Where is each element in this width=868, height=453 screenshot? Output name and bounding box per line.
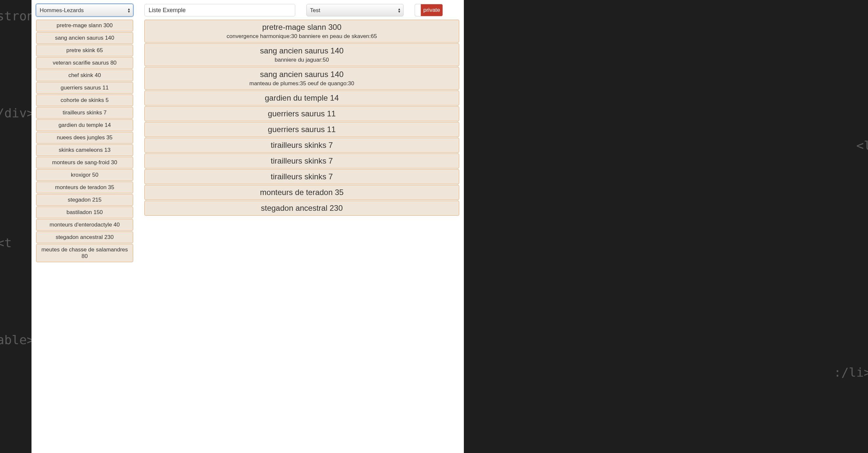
visibility-toggle[interactable]: private bbox=[415, 4, 443, 17]
army-item-title: guerriers saurus 11 bbox=[148, 125, 456, 134]
toggle-knob bbox=[415, 4, 421, 16]
category-select[interactable]: Test bbox=[306, 4, 403, 17]
army-item[interactable]: gardien du temple 14 bbox=[144, 91, 459, 105]
army-item-title: stegadon ancestral 230 bbox=[148, 203, 456, 213]
unit-item[interactable]: skinks cameleons 13 bbox=[36, 144, 133, 156]
army-item[interactable]: tirailleurs skinks 7 bbox=[144, 138, 459, 153]
army-item[interactable]: sang ancien saurus 140manteau de plumes:… bbox=[144, 67, 459, 90]
army-item[interactable]: sang ancien saurus 140banniere du jaguar… bbox=[144, 43, 459, 66]
army-item-title: tirailleurs skinks 7 bbox=[148, 141, 456, 150]
army-item-title: monteurs de teradon 35 bbox=[148, 188, 456, 197]
background-code-right: <l :/li> bbox=[834, 0, 868, 453]
list-name-input[interactable] bbox=[144, 4, 295, 17]
army-item-title: sang ancien saurus 140 bbox=[148, 46, 456, 55]
unit-item[interactable]: veteran scarifie saurus 80 bbox=[36, 57, 133, 69]
army-item[interactable]: guerriers saurus 11 bbox=[144, 122, 459, 137]
army-item-title: pretre-mage slann 300 bbox=[148, 23, 456, 32]
unit-item[interactable]: bastiladon 150 bbox=[36, 206, 133, 218]
unit-item[interactable]: meutes de chasse de salamandres 80 bbox=[36, 244, 133, 262]
available-units-list: pretre-mage slann 300sang ancien saurus … bbox=[36, 20, 133, 453]
army-item-subtitle: manteau de plumes:35 oeuf de quango:30 bbox=[148, 80, 456, 87]
army-item-title: tirailleurs skinks 7 bbox=[148, 156, 456, 165]
unit-item[interactable]: stegadon 215 bbox=[36, 194, 133, 206]
faction-select[interactable]: Hommes-Lezards bbox=[36, 4, 133, 17]
unit-item[interactable]: monteurs de teradon 35 bbox=[36, 182, 133, 193]
army-item-title: guerriers saurus 11 bbox=[148, 109, 456, 118]
unit-item[interactable]: guerriers saurus 11 bbox=[36, 82, 133, 94]
unit-item[interactable]: kroxigor 50 bbox=[36, 169, 133, 181]
army-item-title: tirailleurs skinks 7 bbox=[148, 172, 456, 181]
army-item[interactable]: stegadon ancestral 230 bbox=[144, 201, 459, 216]
unit-item[interactable]: tirailleurs skinks 7 bbox=[36, 107, 133, 119]
unit-item[interactable]: sang ancien saurus 140 bbox=[36, 32, 133, 44]
unit-item[interactable]: monteurs de sang-froid 30 bbox=[36, 157, 133, 168]
army-item[interactable]: tirailleurs skinks 7 bbox=[144, 169, 459, 184]
toolbar: Hommes-Lezards ▲▼ Test ▲▼ private bbox=[36, 4, 459, 17]
unit-item[interactable]: monteurs d'enterodactyle 40 bbox=[36, 219, 133, 231]
unit-item[interactable]: pretre skink 65 bbox=[36, 44, 133, 56]
army-item[interactable]: monteurs de teradon 35 bbox=[144, 185, 459, 200]
army-item-title: sang ancien saurus 140 bbox=[148, 70, 456, 79]
unit-item[interactable]: nuees dees jungles 35 bbox=[36, 132, 133, 143]
unit-item[interactable]: chef skink 40 bbox=[36, 69, 133, 81]
army-item-title: gardien du temple 14 bbox=[148, 93, 456, 103]
army-item-subtitle: banniere du jaguar:50 bbox=[148, 57, 456, 63]
main-panel: Hommes-Lezards ▲▼ Test ▲▼ private pretre… bbox=[31, 0, 464, 453]
unit-item[interactable]: stegadon ancestral 230 bbox=[36, 231, 133, 243]
unit-item[interactable]: cohorte de skinks 5 bbox=[36, 94, 133, 106]
army-list: pretre-mage slann 300convergence harmoni… bbox=[144, 20, 459, 453]
toggle-label: private bbox=[421, 7, 442, 13]
army-item[interactable]: guerriers saurus 11 bbox=[144, 106, 459, 121]
army-item-subtitle: convergence harmonique:30 banniere en pe… bbox=[148, 33, 456, 40]
unit-item[interactable]: pretre-mage slann 300 bbox=[36, 20, 133, 31]
unit-item[interactable]: gardien du temple 14 bbox=[36, 119, 133, 131]
army-item[interactable]: tirailleurs skinks 7 bbox=[144, 153, 459, 168]
army-item[interactable]: pretre-mage slann 300convergence harmoni… bbox=[144, 20, 459, 43]
